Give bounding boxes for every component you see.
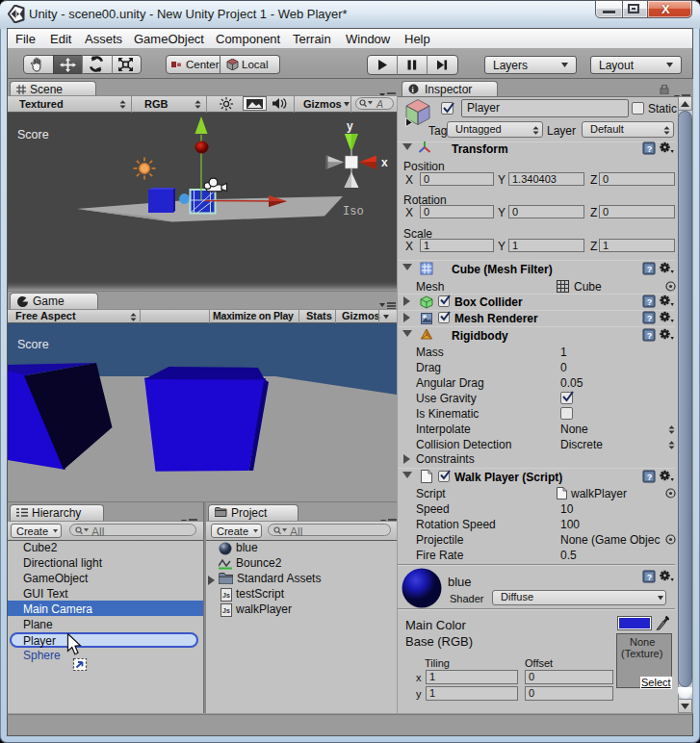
svg-text:?: ? — [647, 314, 653, 323]
svg-text:Js: Js — [222, 607, 230, 614]
svg-text:?: ? — [647, 473, 653, 482]
svg-text:Score: Score — [17, 128, 49, 141]
svg-text:?: ? — [647, 297, 653, 307]
svg-text:?: ? — [647, 573, 653, 582]
svg-text:?: ? — [647, 331, 653, 341]
svg-text:Score: Score — [17, 338, 49, 351]
svg-text:?: ? — [647, 144, 653, 154]
svg-text:Iso: Iso — [343, 205, 364, 218]
svg-text:Js: Js — [222, 592, 230, 599]
svg-text:y: y — [347, 119, 353, 133]
svg-text:?: ? — [647, 265, 653, 274]
svg-text:x: x — [381, 156, 388, 169]
